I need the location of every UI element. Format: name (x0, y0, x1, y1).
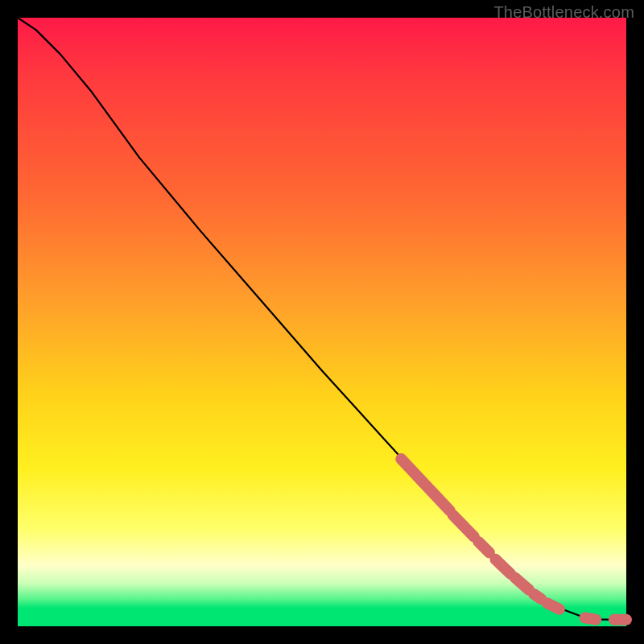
highlight-segment (401, 459, 449, 510)
highlight-segment (547, 603, 559, 609)
curve-line (18, 18, 626, 620)
highlight-segments (401, 459, 626, 620)
highlight-segment (585, 617, 597, 619)
highlight-segment (515, 578, 529, 590)
watermark-text: TheBottleneck.com (493, 3, 634, 22)
chart-svg (18, 18, 626, 626)
highlight-segment (495, 559, 510, 574)
chart-stage: TheBottleneck.com (0, 0, 644, 644)
highlight-segment (453, 515, 474, 537)
highlight-segment (534, 594, 541, 599)
highlight-segment (478, 542, 489, 553)
plot-area (18, 18, 626, 626)
